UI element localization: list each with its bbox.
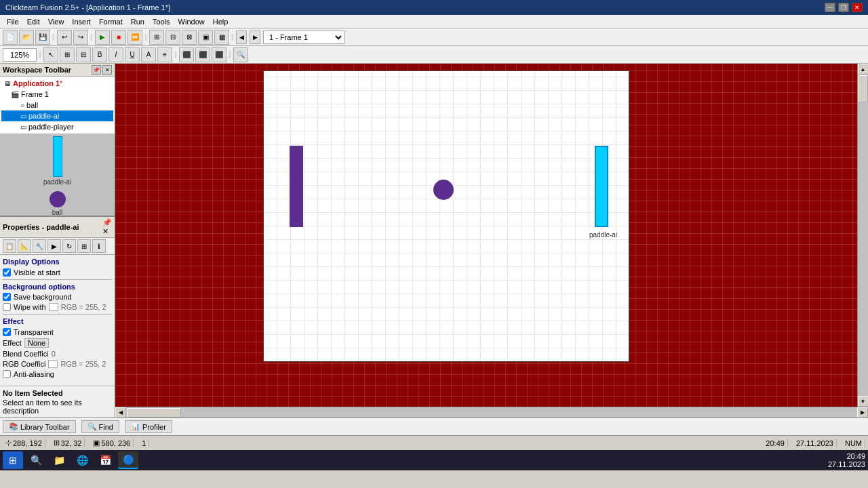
run-frame-button[interactable]: ⏩ — [127, 30, 142, 45]
props-tab1[interactable]: 📋 — [3, 239, 16, 253]
no-item-description: Select an item to see its description — [3, 399, 112, 415]
scroll-track[interactable] — [858, 75, 869, 396]
scroll-left-button[interactable]: ◀ — [115, 407, 126, 418]
scroll-up-button[interactable]: ▲ — [858, 64, 869, 75]
visible-at-start-checkbox[interactable] — [3, 268, 11, 277]
tree-item-paddle-player[interactable]: ▭ paddle-player — [1, 121, 113, 132]
align-right[interactable]: ⬛ — [212, 47, 226, 62]
scroll-down-button[interactable]: ▼ — [858, 396, 869, 407]
tree-item-frame[interactable]: 🎬 Frame 1 — [1, 89, 113, 100]
undo-button[interactable]: ↩ — [57, 30, 72, 45]
tree-item-paddle-ai[interactable]: ▭ paddle-ai — [1, 110, 113, 121]
tab-library-toolbar[interactable]: 📚 Library Toolbar — [3, 420, 76, 433]
props-tab5[interactable]: ↻ — [62, 239, 76, 253]
tool4[interactable]: I — [108, 47, 123, 62]
grid-toggle[interactable]: ⊞ — [60, 47, 75, 62]
menu-view[interactable]: View — [44, 16, 68, 27]
workspace-toolbar: Workspace Toolbar 📌 ✕ 🖥 Application 1 * … — [0, 64, 115, 134]
taskbar-search-button[interactable]: 🔍 — [26, 451, 46, 469]
frame-prev-button[interactable]: ◀ — [236, 30, 247, 44]
workspace-header: Workspace Toolbar 📌 ✕ — [0, 64, 115, 77]
tree-item-ball[interactable]: ○ ball — [1, 100, 113, 110]
layout-btn1[interactable]: ⊞ — [149, 30, 164, 45]
workspace-close-button[interactable]: ✕ — [102, 65, 112, 75]
taskbar-files-button[interactable]: 📁 — [49, 451, 69, 469]
menu-edit[interactable]: Edit — [23, 16, 44, 27]
h-scroll-track[interactable] — [126, 407, 857, 418]
menu-insert[interactable]: Insert — [68, 16, 95, 27]
properties-toolbar: 📋 📐 🔧 ▶ ↻ ⊞ ℹ — [0, 238, 115, 255]
properties-header-buttons: 📌 ✕ — [102, 218, 112, 236]
paddle-ai-object[interactable]: 3 — [595, 146, 608, 227]
tool5[interactable]: U — [125, 47, 140, 62]
wipe-color-checkbox[interactable] — [3, 303, 11, 311]
transparent-checkbox[interactable] — [3, 328, 11, 336]
tree-paddle-ai-label: paddle-ai — [28, 112, 59, 120]
properties-close-button[interactable]: ✕ — [102, 227, 112, 236]
taskbar-app-button[interactable]: 🔵 — [118, 451, 138, 469]
tab-profiler[interactable]: 📊 Profiler — [125, 420, 172, 433]
scroll-thumb[interactable] — [859, 75, 868, 102]
align-left[interactable]: ⬛ — [179, 47, 194, 62]
tab-library-label: Library Toolbar — [20, 423, 70, 431]
workspace-pin-button[interactable]: 📌 — [92, 65, 101, 75]
props-tab3[interactable]: 🔧 — [33, 239, 46, 253]
horizontal-scrollbar[interactable]: ◀ ▶ — [115, 407, 868, 418]
props-tab7[interactable]: ℹ — [92, 239, 106, 253]
frame-size-value: 580, 236 — [101, 439, 130, 447]
new-button[interactable]: 📄 — [3, 30, 18, 45]
layout-btn5[interactable]: ▦ — [214, 30, 229, 45]
close-button[interactable]: ✕ — [852, 3, 863, 12]
props-tab2[interactable]: 📐 — [18, 239, 31, 253]
menu-window[interactable]: Window — [174, 16, 209, 27]
ball-object[interactable] — [433, 180, 454, 200]
menu-file[interactable]: File — [3, 16, 23, 27]
layout-btn3[interactable]: ⊠ — [182, 30, 197, 45]
menu-run[interactable]: Run — [127, 16, 149, 27]
taskbar-start-button[interactable]: ⊞ — [3, 451, 23, 469]
taskbar-right: 20:49 27.11.2023 — [828, 452, 865, 468]
tool3[interactable]: B — [92, 47, 107, 62]
object-previews: paddle-ai ball paddle-pla... — [0, 134, 115, 216]
open-button[interactable]: 📂 — [19, 30, 34, 45]
properties-pin-button[interactable]: 📌 — [102, 218, 112, 227]
tree-paddle-player-label: paddle-player — [28, 123, 74, 131]
menu-tools[interactable]: Tools — [149, 16, 174, 27]
restore-button[interactable]: ❐ — [838, 3, 849, 12]
props-tab4[interactable]: ▶ — [47, 239, 61, 253]
minimize-button[interactable]: ─ — [825, 3, 835, 12]
menu-format[interactable]: Format — [95, 16, 127, 27]
wipe-color-row: Wipe with RGB = 255, 2 — [3, 303, 112, 311]
redo-button[interactable]: ↪ — [73, 30, 88, 45]
layout-btn2[interactable]: ⊟ — [165, 30, 180, 45]
search-button[interactable]: 🔍 — [233, 47, 248, 62]
taskbar-calendar-button[interactable]: 📅 — [95, 451, 115, 469]
taskbar-edge-button[interactable]: 🌐 — [72, 451, 92, 469]
vertical-scrollbar[interactable]: ▲ ▼ — [857, 64, 868, 407]
tab-find[interactable]: 🔍 Find — [81, 420, 119, 433]
section-effect-title: Effect — [3, 317, 112, 325]
effect-value[interactable]: None — [24, 338, 49, 348]
layout-btn4[interactable]: ▣ — [198, 30, 213, 45]
menu-help[interactable]: Help — [209, 16, 233, 27]
anti-aliasing-checkbox[interactable] — [3, 370, 11, 378]
snap-grid[interactable]: ⊟ — [76, 47, 91, 62]
select-tool[interactable]: ↖ — [43, 47, 58, 62]
align-center[interactable]: ⬛ — [195, 47, 210, 62]
stop-button[interactable]: ■ — [111, 30, 126, 45]
props-tab6[interactable]: ⊞ — [77, 239, 91, 253]
frame-dropdown[interactable]: 1 - Frame 1 — [263, 30, 344, 44]
paddle-ai-canvas-label: paddle-ai — [588, 230, 618, 239]
tool6[interactable]: A — [141, 47, 156, 62]
run-button[interactable]: ▶ — [95, 30, 110, 45]
save-button[interactable]: 💾 — [35, 30, 50, 45]
paddle-player-object[interactable] — [290, 146, 303, 227]
properties-panel: Properties - paddle-ai 📌 ✕ 📋 📐 🔧 ▶ ↻ ⊞ ℹ — [0, 216, 115, 418]
scroll-right-button[interactable]: ▶ — [857, 407, 868, 418]
tool7[interactable]: ≡ — [157, 47, 172, 62]
frame-next-button[interactable]: ▶ — [250, 30, 260, 44]
tree-item-app[interactable]: 🖥 Application 1 * — [1, 78, 113, 89]
title-bar: Clickteam Fusion 2.5+ - [Application 1 -… — [0, 0, 868, 15]
h-scroll-thumb[interactable] — [127, 408, 181, 418]
save-background-checkbox[interactable] — [3, 293, 11, 301]
